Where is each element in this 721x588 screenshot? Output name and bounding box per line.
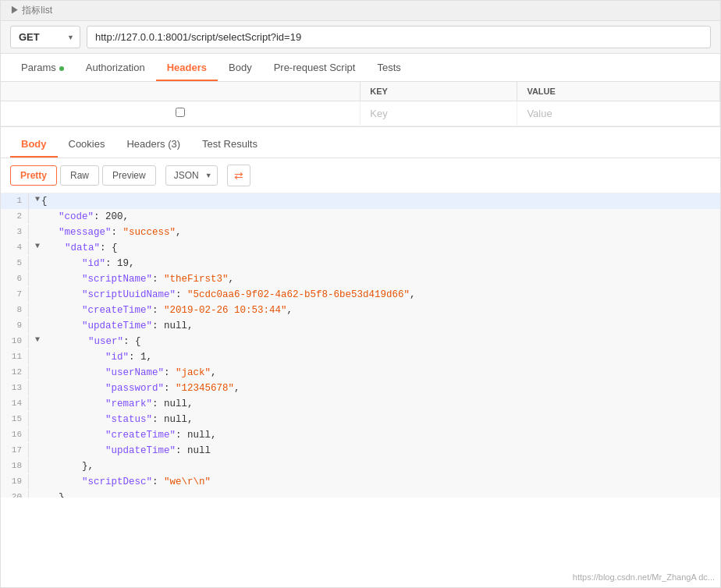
code-content: "createTime": null, xyxy=(35,427,217,443)
headers-table: KEY VALUE Key Value xyxy=(1,82,720,126)
tab-authorization[interactable]: Authorization xyxy=(75,54,156,81)
raw-button[interactable]: Raw xyxy=(60,165,99,186)
code-content: "scriptName": "theFirst3", xyxy=(35,271,234,287)
code-line: 4▼ "data": { xyxy=(1,240,720,256)
code-content: "code": 200, xyxy=(35,209,129,225)
line-number: 8 xyxy=(1,303,29,317)
headers-section: KEY VALUE Key Value xyxy=(1,82,720,127)
code-content: "userName": "jack", xyxy=(35,365,217,381)
tab-prerequest[interactable]: Pre-request Script xyxy=(263,54,367,81)
header-checkbox[interactable] xyxy=(176,108,185,117)
code-line: 11 "id": 1, xyxy=(1,349,720,365)
fold-arrow[interactable]: ▼ xyxy=(35,240,40,253)
line-number: 3 xyxy=(1,225,29,239)
line-number: 1 xyxy=(1,193,29,208)
code-content: "scriptUuidName": "5cdc0aa6-9f02-4a62-b5… xyxy=(35,287,416,303)
breadcrumb: ▶ 指标list xyxy=(1,1,720,21)
res-tab-testresults[interactable]: Test Results xyxy=(191,130,268,158)
code-content: }, xyxy=(35,459,94,474)
code-line: 5 "id": 19, xyxy=(1,256,720,271)
code-line: 16 "createTime": null, xyxy=(1,427,720,443)
code-line: 12 "userName": "jack", xyxy=(1,365,720,381)
checkbox-col-header xyxy=(1,82,360,101)
row-checkbox[interactable] xyxy=(1,101,360,126)
code-content: "data": { xyxy=(41,240,118,256)
code-content: { xyxy=(41,193,48,209)
watermark: https://blog.csdn.net/Mr_ZhangA dc... xyxy=(573,572,715,582)
line-number: 9 xyxy=(1,318,29,333)
url-input[interactable] xyxy=(87,26,711,48)
line-number: 4 xyxy=(1,240,29,255)
format-select-wrapper: JSON XML HTML Text xyxy=(165,165,218,186)
line-number: 16 xyxy=(1,427,29,442)
code-line: 18 }, xyxy=(1,459,720,474)
code-line: 3 "message": "success", xyxy=(1,225,720,240)
code-content: "id": 19, xyxy=(35,256,135,271)
params-dot xyxy=(59,66,64,71)
code-content: "remark": null, xyxy=(35,396,194,412)
format-select[interactable]: JSON XML HTML Text xyxy=(165,165,218,186)
line-number: 17 xyxy=(1,443,29,458)
code-area[interactable]: 1▼{2 "code": 200,3 "message": "success",… xyxy=(1,193,720,498)
code-content: "updateTime": null xyxy=(35,443,211,459)
tab-body[interactable]: Body xyxy=(218,54,263,81)
code-line: 6 "scriptName": "theFirst3", xyxy=(1,271,720,287)
line-number: 6 xyxy=(1,271,29,286)
code-line: 17 "updateTime": null xyxy=(1,443,720,459)
code-content: "user": { xyxy=(41,334,141,349)
code-content: "id": 1, xyxy=(35,349,152,365)
code-line: 2 "code": 200, xyxy=(1,209,720,225)
line-number: 2 xyxy=(1,209,29,224)
line-number: 13 xyxy=(1,381,29,395)
response-toolbar: Pretty Raw Preview JSON XML HTML Text ⇄ xyxy=(1,158,720,193)
code-line: 9 "updateTime": null, xyxy=(1,318,720,334)
code-line: 13 "password": "12345678", xyxy=(1,381,720,396)
line-number: 11 xyxy=(1,349,29,364)
line-number: 19 xyxy=(1,474,29,489)
code-content: "status": null, xyxy=(35,412,194,427)
res-tab-cookies[interactable]: Cookies xyxy=(58,130,116,158)
line-number: 18 xyxy=(1,459,29,473)
fold-arrow[interactable]: ▼ xyxy=(35,193,40,206)
line-number: 10 xyxy=(1,334,29,349)
value-col-header: VALUE xyxy=(517,82,720,101)
line-number: 15 xyxy=(1,412,29,427)
code-content: } xyxy=(35,490,65,498)
code-line: 19 "scriptDesc": "we\r\n" xyxy=(1,474,720,490)
code-line: 20 } xyxy=(1,490,720,498)
line-number: 12 xyxy=(1,365,29,380)
method-select[interactable]: GET POST PUT DELETE xyxy=(10,26,80,48)
method-wrapper: GET POST PUT DELETE xyxy=(10,26,80,48)
fold-arrow[interactable]: ▼ xyxy=(35,334,40,346)
code-line: 10▼ "user": { xyxy=(1,334,720,349)
code-line: 15 "status": null, xyxy=(1,412,720,427)
res-tab-body[interactable]: Body xyxy=(10,130,58,158)
code-content: "scriptDesc": "we\r\n" xyxy=(35,474,211,490)
pretty-button[interactable]: Pretty xyxy=(10,165,57,186)
code-line: 8 "createTime": "2019-02-26 10:53:44", xyxy=(1,303,720,318)
code-content: "password": "12345678", xyxy=(35,381,240,396)
code-content: "message": "success", xyxy=(35,225,182,240)
res-tab-headers[interactable]: Headers (3) xyxy=(115,130,191,158)
response-tabs: Body Cookies Headers (3) Test Results xyxy=(1,130,720,158)
tab-params[interactable]: Params xyxy=(10,54,75,81)
preview-button[interactable]: Preview xyxy=(102,165,156,186)
line-number: 5 xyxy=(1,256,29,271)
code-line: 7 "scriptUuidName": "5cdc0aa6-9f02-4a62-… xyxy=(1,287,720,303)
wrap-icon[interactable]: ⇄ xyxy=(227,165,250,186)
request-tabs: Params Authorization Headers Body Pre-re… xyxy=(1,54,720,82)
key-cell[interactable]: Key xyxy=(360,101,517,126)
key-col-header: KEY xyxy=(360,82,517,101)
line-number: 7 xyxy=(1,287,29,302)
line-number: 14 xyxy=(1,396,29,411)
tab-tests[interactable]: Tests xyxy=(366,54,411,81)
code-content: "createTime": "2019-02-26 10:53:44", xyxy=(35,303,293,318)
tab-headers[interactable]: Headers xyxy=(156,54,218,81)
line-number: 20 xyxy=(1,490,29,498)
code-line: 14 "remark": null, xyxy=(1,396,720,412)
code-line: 1▼{ xyxy=(1,193,720,209)
code-content: "updateTime": null, xyxy=(35,318,194,334)
header-row: Key Value xyxy=(1,101,720,126)
url-bar: GET POST PUT DELETE xyxy=(1,21,720,54)
value-cell[interactable]: Value xyxy=(517,101,720,126)
